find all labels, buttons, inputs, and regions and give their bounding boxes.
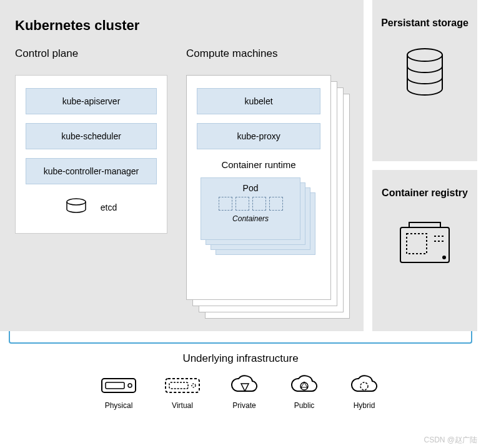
kubernetes-cluster-panel: Kubernetes cluster Control plane kube-ap… [0, 0, 364, 331]
infra-item-label: Private [227, 401, 261, 410]
compute-node-front: kubelet kube-proxy Container runtime Pod [186, 75, 331, 300]
control-plane-label: Control plane [15, 47, 167, 60]
etcd-cylinder-icon [66, 198, 87, 217]
physical-server-icon [100, 375, 137, 396]
persistent-storage-panel: Persistant storage [372, 0, 477, 161]
registry-box-icon [397, 217, 453, 269]
infrastructure-row: Physical Virtual Private [0, 375, 481, 416]
pod-front: Pod Containers [201, 177, 300, 240]
infra-item-label: Public [287, 401, 321, 410]
svg-rect-11 [169, 382, 188, 389]
infra-item-public: Public [287, 375, 321, 410]
containers-label: Containers [201, 214, 300, 223]
container-registry-title: Container registry [382, 187, 468, 199]
svg-point-12 [192, 384, 196, 387]
kubelet-item: kubelet [197, 88, 320, 114]
kube-scheduler-item: kube-scheduler [26, 123, 157, 149]
infra-item-virtual: Virtual [164, 375, 201, 410]
cluster-title: Kubernetes cluster [15, 17, 349, 34]
compute-machines-column: Compute machines kubelet kube-proxy Cont… [186, 47, 349, 319]
svg-point-9 [128, 384, 132, 387]
compute-label: Compute machines [186, 47, 349, 60]
svg-rect-7 [102, 379, 136, 392]
kube-apiserver-item: kube-apiserver [26, 88, 157, 114]
infrastructure-bracket [9, 331, 472, 344]
infrastructure-label: Underlying infrastructure [0, 352, 481, 365]
persistent-storage-title: Persistant storage [381, 17, 469, 29]
infra-item-private: Private [227, 375, 261, 410]
infra-item-label: Physical [100, 401, 137, 410]
svg-point-0 [67, 199, 86, 205]
kube-proxy-item: kube-proxy [197, 123, 320, 149]
infra-item-label: Hybrid [347, 401, 381, 410]
svg-rect-3 [407, 234, 427, 254]
svg-rect-8 [106, 382, 124, 389]
hybrid-cloud-icon [347, 375, 381, 396]
pod-label: Pod [201, 183, 300, 193]
private-cloud-icon [227, 375, 261, 396]
control-plane-column: Control plane kube-apiserver kube-schedu… [15, 47, 167, 319]
infra-item-hybrid: Hybrid [347, 375, 381, 410]
container-box-icon [269, 197, 283, 211]
svg-point-6 [442, 256, 446, 259]
infra-item-label: Virtual [164, 401, 201, 410]
container-registry-panel: Container registry [372, 170, 477, 331]
kube-controller-manager-item: kube-controller-manager [26, 158, 157, 184]
control-plane-box: kube-apiserver kube-scheduler kube-contr… [15, 75, 167, 234]
container-box-icon [219, 197, 232, 211]
virtual-server-icon [164, 375, 201, 396]
svg-point-20 [360, 382, 368, 390]
svg-rect-10 [166, 379, 199, 392]
watermark: CSDN @赵广陆 [424, 435, 477, 446]
etcd-label: etcd [101, 202, 117, 212]
svg-rect-2 [400, 227, 449, 262]
public-cloud-icon [287, 375, 321, 396]
svg-point-1 [407, 49, 442, 61]
container-box-icon [252, 197, 266, 211]
container-runtime-label: Container runtime [197, 159, 320, 170]
containers-row [201, 197, 300, 211]
infra-item-physical: Physical [100, 375, 137, 410]
container-box-icon [236, 197, 249, 211]
database-stack-icon [402, 47, 447, 100]
